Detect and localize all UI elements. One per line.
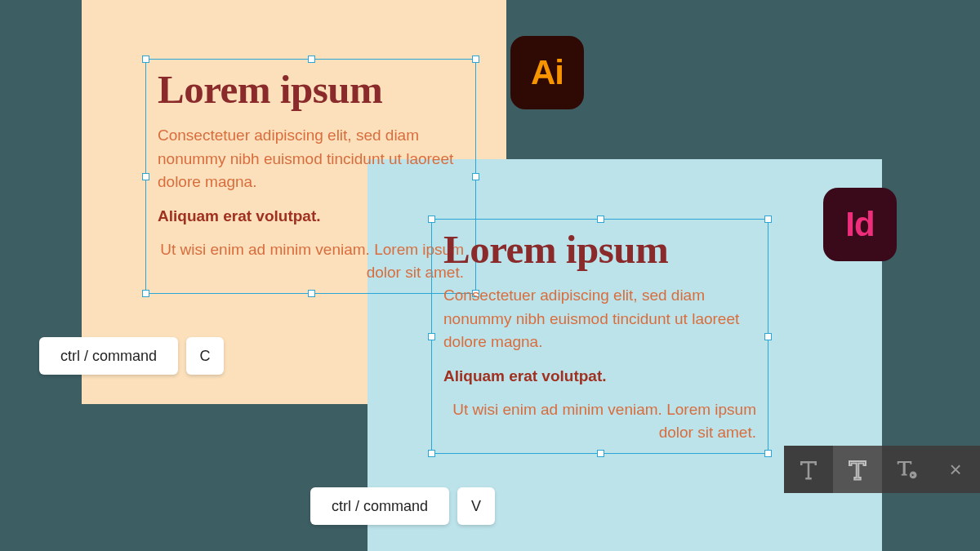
key-letter-copy: C [186,337,224,375]
type-outline-tool-button[interactable] [833,446,882,493]
key-label: ctrl / command [332,498,428,515]
key-letter-paste: V [457,487,495,525]
type-icon [796,457,821,482]
touch-type-icon [894,457,919,482]
app-label: Ai [531,53,564,92]
selection-handle[interactable] [142,173,149,180]
text-paragraph: Consectetuer adipiscing elit, sed diam n… [443,284,756,354]
selection-handle[interactable] [597,450,604,457]
text-frame-indesign[interactable]: Lorem ipsum Consectetuer adipiscing elit… [431,219,768,454]
text-frame-illustrator[interactable]: Lorem ipsum Consectetuer adipiscing elit… [145,59,476,294]
text-tail: Ut wisi enim ad minim veniam. Lorem ipsu… [158,238,464,285]
indesign-app-icon: Id [823,188,897,261]
touch-type-tool-button[interactable] [882,446,931,493]
selection-handle[interactable] [764,333,772,340]
text-bold-line: Aliquam erat volutpat. [158,207,464,225]
selection-handle[interactable] [472,173,479,180]
selection-handle[interactable] [142,56,149,63]
selection-handle[interactable] [597,216,604,223]
text-heading: Lorem ipsum [443,229,756,269]
selection-handle[interactable] [428,333,435,340]
selection-handle[interactable] [472,56,479,63]
key-label: C [200,348,211,365]
type-tool-button[interactable] [784,446,833,493]
key-label: V [471,498,481,515]
selection-handle[interactable] [308,290,315,297]
text-heading: Lorem ipsum [158,69,464,109]
app-label: Id [845,205,874,244]
key-modifier-paste: ctrl / command [310,487,449,525]
close-toolbar-button[interactable]: × [931,446,980,493]
illustrator-app-icon: Ai [510,36,584,109]
type-outline-icon [845,457,870,482]
close-icon: × [949,457,961,482]
selection-handle[interactable] [764,450,772,457]
key-label: ctrl / command [60,348,157,365]
selection-handle[interactable] [308,56,315,63]
type-toolbar: × [784,446,980,493]
selection-handle[interactable] [764,216,772,223]
selection-handle[interactable] [428,450,435,457]
key-modifier-copy: ctrl / command [39,337,178,375]
selection-handle[interactable] [142,290,149,297]
text-paragraph: Consectetuer adipiscing elit, sed diam n… [158,124,464,194]
text-tail: Ut wisi enim ad minim veniam. Lorem ipsu… [443,398,756,445]
selection-handle[interactable] [428,216,435,223]
text-bold-line: Aliquam erat volutpat. [443,367,756,385]
